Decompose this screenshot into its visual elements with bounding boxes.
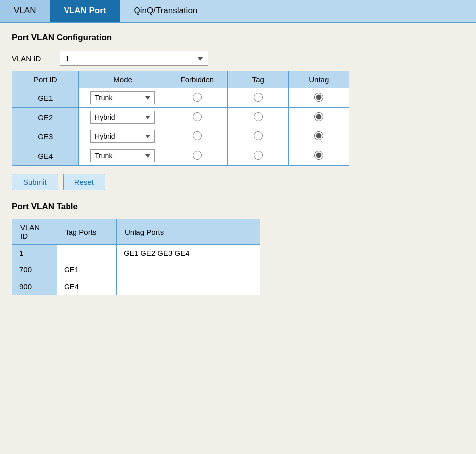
forbidden-radio-ge3[interactable] [193, 131, 202, 140]
vlan-table-tagports [57, 245, 117, 261]
col-header-mode: Mode [78, 71, 167, 88]
tab-bar: VLAN VLAN Port QinQ/Translation [0, 0, 476, 23]
untag-cell-ge4 [288, 146, 349, 166]
col-header-forbidden: Forbidden [167, 71, 227, 88]
mode-cell: AccessTrunkHybrid [78, 127, 167, 146]
untag-cell-ge3 [288, 127, 349, 146]
vlan-table-tagports: GE1 [57, 261, 117, 278]
vlan-table-vlanid: 1 [12, 245, 57, 261]
untag-cell-ge1 [288, 88, 349, 108]
vlan-id-row: VLAN ID 1 700 900 [12, 51, 464, 66]
col-header-port-id: Port ID [12, 71, 79, 88]
vlan-table: VLAN ID Tag Ports Untag Ports 1GE1 GE2 G… [12, 219, 260, 295]
vlan-table-vlanid: 900 [12, 278, 57, 295]
mode-select-ge3[interactable]: AccessTrunkHybrid [90, 130, 155, 143]
port-id-cell: GE2 [12, 108, 79, 127]
untag-radio-ge4[interactable] [314, 151, 323, 160]
mode-cell: AccessTrunkHybrid [78, 88, 167, 108]
mode-cell: AccessTrunkHybrid [78, 146, 167, 166]
config-section-title: Port VLAN Configuration [12, 33, 464, 43]
tag-cell-ge2 [228, 108, 288, 127]
config-table: Port ID Mode Forbidden Tag Untag GE1Acce… [12, 71, 349, 166]
tag-radio-ge3[interactable] [254, 131, 263, 140]
mode-select-ge4[interactable]: AccessTrunkHybrid [90, 149, 155, 162]
tab-qinq[interactable]: QinQ/Translation [120, 0, 211, 22]
untag-radio-ge2[interactable] [314, 112, 323, 121]
tag-cell-ge3 [228, 127, 288, 146]
tab-vlan[interactable]: VLAN [0, 0, 50, 22]
forbidden-cell-ge4 [167, 146, 227, 166]
tag-cell-ge4 [228, 146, 288, 166]
vlan-id-label: VLAN ID [12, 54, 52, 63]
vlan-table-untagports [117, 261, 260, 278]
vlan-table-tagports: GE4 [57, 278, 117, 295]
submit-button[interactable]: Submit [12, 174, 58, 190]
col-header-tag: Tag [228, 71, 288, 88]
untag-cell-ge2 [288, 108, 349, 127]
forbidden-cell-ge1 [167, 88, 227, 108]
tag-radio-ge1[interactable] [254, 93, 263, 102]
vlan-table-untagports: GE1 GE2 GE3 GE4 [117, 245, 260, 261]
main-content: Port VLAN Configuration VLAN ID 1 700 90… [0, 23, 476, 305]
tag-radio-ge2[interactable] [254, 112, 263, 121]
forbidden-radio-ge1[interactable] [193, 93, 202, 102]
vlan-table-col-vlanid: VLAN ID [12, 219, 57, 245]
mode-select-ge1[interactable]: AccessTrunkHybrid [90, 91, 155, 104]
vlan-table-col-tagports: Tag Ports [57, 219, 117, 245]
mode-select-ge2[interactable]: AccessTrunkHybrid [90, 111, 155, 124]
forbidden-cell-ge2 [167, 108, 227, 127]
untag-radio-ge1[interactable] [314, 93, 323, 102]
vlan-table-col-untagports: Untag Ports [117, 219, 260, 245]
tag-radio-ge4[interactable] [254, 151, 263, 160]
vlan-table-untagports [117, 278, 260, 295]
vlan-table-vlanid: 700 [12, 261, 57, 278]
port-id-cell: GE3 [12, 127, 79, 146]
mode-cell: AccessTrunkHybrid [78, 108, 167, 127]
vlan-table-title: Port VLAN Table [12, 202, 464, 212]
port-id-cell: GE1 [12, 88, 79, 108]
tag-cell-ge1 [228, 88, 288, 108]
reset-button[interactable]: Reset [63, 174, 105, 190]
forbidden-cell-ge3 [167, 127, 227, 146]
port-id-cell: GE4 [12, 146, 79, 166]
col-header-untag: Untag [288, 71, 349, 88]
untag-radio-ge3[interactable] [314, 131, 323, 140]
forbidden-radio-ge4[interactable] [193, 151, 202, 160]
button-row: Submit Reset [12, 174, 464, 190]
forbidden-radio-ge2[interactable] [193, 112, 202, 121]
vlan-id-select[interactable]: 1 700 900 [60, 51, 208, 66]
tab-vlan-port[interactable]: VLAN Port [50, 0, 120, 22]
